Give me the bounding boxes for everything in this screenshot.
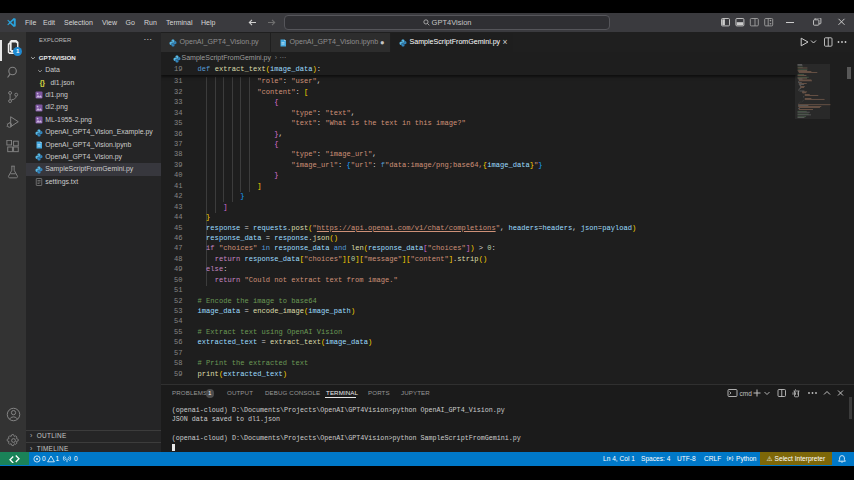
svg-text:cmd: cmd: [740, 389, 753, 396]
